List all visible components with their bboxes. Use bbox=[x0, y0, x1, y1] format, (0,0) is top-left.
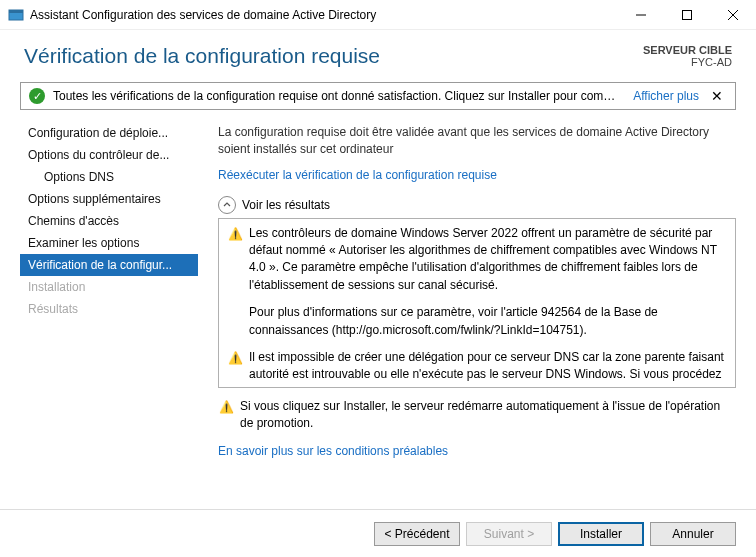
sidebar-item: Installation bbox=[20, 276, 198, 298]
footer: < Précédent Suivant > Installer Annuler bbox=[0, 509, 756, 557]
warning-icon: ⚠️ bbox=[227, 350, 243, 367]
minimize-button[interactable] bbox=[618, 0, 664, 30]
sidebar: Configuration de déploie...Options du co… bbox=[20, 118, 198, 458]
rerun-check-link[interactable]: Réexécuter la vérification de la configu… bbox=[218, 168, 736, 182]
install-warning-text: Si vous cliquez sur Installer, le serveu… bbox=[240, 398, 736, 433]
header: Vérification de la configuration requise… bbox=[0, 30, 756, 74]
sidebar-item[interactable]: Examiner les options bbox=[20, 232, 198, 254]
sidebar-item[interactable]: Vérification de la configur... bbox=[20, 254, 198, 276]
target-label: SERVEUR CIBLE bbox=[643, 44, 732, 56]
warning-item: ⚠️ Les contrôleurs de domaine Windows Se… bbox=[227, 225, 727, 339]
sidebar-item: Résultats bbox=[20, 298, 198, 320]
next-button: Suivant > bbox=[466, 522, 552, 546]
page-title: Vérification de la configuration requise bbox=[24, 44, 643, 68]
sidebar-item[interactable]: Configuration de déploie... bbox=[20, 122, 198, 144]
warning-icon: ⚠️ bbox=[227, 226, 243, 243]
app-icon bbox=[8, 7, 24, 23]
svg-rect-1 bbox=[9, 10, 23, 13]
cancel-button[interactable]: Annuler bbox=[650, 522, 736, 546]
sidebar-item[interactable]: Chemins d'accès bbox=[20, 210, 198, 232]
warning-text: Il est impossible de créer une délégatio… bbox=[249, 349, 727, 388]
status-text: Toutes les vérifications de la configura… bbox=[53, 89, 625, 103]
show-more-link[interactable]: Afficher plus bbox=[633, 89, 699, 103]
results-header-label: Voir les résultats bbox=[242, 198, 330, 212]
intro-text: La configuration requise doit être valid… bbox=[218, 124, 736, 158]
maximize-button[interactable] bbox=[664, 0, 710, 30]
target-server: SERVEUR CIBLE FYC-AD bbox=[643, 44, 732, 68]
success-icon: ✓ bbox=[29, 88, 45, 104]
sidebar-item[interactable]: Options supplémentaires bbox=[20, 188, 198, 210]
learn-more-link[interactable]: En savoir plus sur les conditions préala… bbox=[218, 444, 736, 458]
status-close-button[interactable]: ✕ bbox=[707, 88, 727, 104]
warning-item: ⚠️ Il est impossible de créer une déléga… bbox=[227, 349, 727, 388]
install-warning: ⚠️ Si vous cliquez sur Installer, le ser… bbox=[218, 398, 736, 433]
close-button[interactable] bbox=[710, 0, 756, 30]
install-button[interactable]: Installer bbox=[558, 522, 644, 546]
warning-text: Les contrôleurs de domaine Windows Serve… bbox=[249, 225, 727, 339]
chevron-up-icon bbox=[218, 196, 236, 214]
status-bar: ✓ Toutes les vérifications de la configu… bbox=[20, 82, 736, 110]
target-name: FYC-AD bbox=[643, 56, 732, 68]
titlebar: Assistant Configuration des services de … bbox=[0, 0, 756, 30]
window-title: Assistant Configuration des services de … bbox=[30, 8, 618, 22]
warning-icon: ⚠️ bbox=[218, 399, 234, 416]
sidebar-item[interactable]: Options du contrôleur de... bbox=[20, 144, 198, 166]
results-toggle[interactable]: Voir les résultats bbox=[218, 196, 736, 214]
svg-rect-3 bbox=[683, 10, 692, 19]
results-box[interactable]: ⚠️ Les contrôleurs de domaine Windows Se… bbox=[218, 218, 736, 388]
main-content: La configuration requise doit être valid… bbox=[198, 118, 736, 458]
previous-button[interactable]: < Précédent bbox=[374, 522, 460, 546]
sidebar-item[interactable]: Options DNS bbox=[20, 166, 198, 188]
